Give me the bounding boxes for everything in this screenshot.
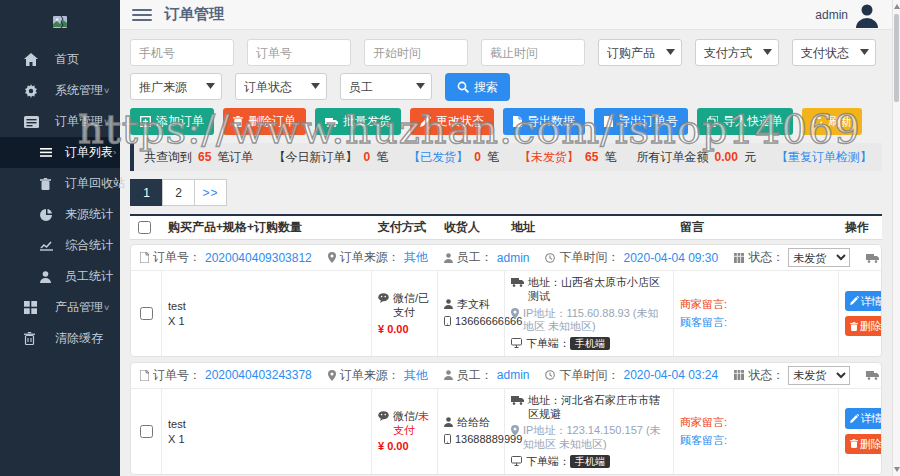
order-number-link[interactable]: 2020040403243378 <box>205 368 312 382</box>
status-select[interactable]: 未发货 <box>788 248 850 267</box>
delete-button[interactable]: 删除 <box>845 316 882 336</box>
content: 订购产品 支付方式 支付状态 推广来源 订单状态 员工 搜索 添加订单 删除订单… <box>120 30 892 476</box>
merchant-note-label: 商家留言: <box>680 415 832 430</box>
status-icon <box>734 370 744 380</box>
sidebar-item-overall-stats[interactable]: 综合统计 <box>0 230 120 261</box>
device-badge: 手机端 <box>570 455 610 468</box>
order-card: 订单号：2020040403243378 订单来源：其他 员工：admin 下单… <box>130 362 882 475</box>
delete-button[interactable]: 删除 <box>845 434 882 454</box>
add-order-button[interactable]: 添加订单 <box>130 108 214 135</box>
sidebar-item-order-list[interactable]: 订单列表 › <box>0 137 120 168</box>
scrollbar[interactable] <box>892 0 900 476</box>
filter-row-1: 订购产品 支付方式 支付状态 <box>130 39 882 66</box>
row-checkbox[interactable] <box>140 425 153 438</box>
product-cell: test X 1 <box>161 271 371 356</box>
duplicate-check-link[interactable]: 【重复订单检测】 <box>776 149 872 166</box>
scroll-down-icon[interactable] <box>894 467 900 472</box>
customer-note-label: 顾客留言: <box>680 315 832 330</box>
detail-button[interactable]: 详情 <box>845 408 882 428</box>
order-card-header: 订单号：2020040409303812 订单来源：其他 员工：admin 下单… <box>131 245 881 271</box>
row-checkbox[interactable] <box>140 307 153 320</box>
change-status-button[interactable]: 更改状态 <box>410 108 494 135</box>
phone-input[interactable] <box>130 39 234 66</box>
end-time-input[interactable] <box>481 39 585 66</box>
sidebar-item-staff-stats[interactable]: 员工统计 <box>0 261 120 292</box>
trash-icon <box>850 439 858 448</box>
delete-order-button[interactable]: 删除订单 <box>223 108 306 135</box>
scrollbar-thumb[interactable] <box>894 14 899 102</box>
product-name: test <box>168 418 365 430</box>
sidebar-item-clear-cache[interactable]: 清除缓存 <box>0 323 120 354</box>
monitor-icon <box>511 338 522 348</box>
trash-icon <box>850 322 858 331</box>
sidebar-item-source-stats[interactable]: 来源统计 <box>0 199 120 230</box>
page-1[interactable]: 1 <box>130 179 163 206</box>
sidebar-item-products[interactable]: 产品管理 ∨ <box>0 292 120 323</box>
message-cell: 商家留言: 顾客留言: <box>673 389 838 474</box>
order-status-select[interactable]: 订单状态 <box>235 73 327 100</box>
wechat-icon <box>378 411 389 421</box>
order-amount: ¥ 0.00 <box>378 323 431 335</box>
pin-icon <box>511 425 519 436</box>
select-all-checkbox[interactable] <box>138 221 151 234</box>
order-staff-value: admin <box>497 368 530 382</box>
search-button[interactable]: 搜索 <box>445 73 510 101</box>
export-order-no-button[interactable]: 导出订单号 <box>594 108 688 135</box>
address-cell: 地址：山西省太原市小店区测试 IP地址：115.60.88.93 (未知地区 未… <box>504 271 673 356</box>
monitor-icon <box>511 456 522 466</box>
product-select[interactable]: 订购产品 <box>598 39 682 66</box>
receiver-name: 李文科 <box>457 298 490 312</box>
order-card-body: test X 1 微信/未支付 ¥ 0.00 给给给 13688889999 地… <box>131 389 881 474</box>
import-express-button[interactable]: 导入快递单 <box>697 108 793 135</box>
detail-button[interactable]: 详情 <box>845 291 882 311</box>
product-qty: X 1 <box>168 315 365 327</box>
order-time-value: 2020-04-04 09:30 <box>623 251 718 265</box>
order-source-value: 其他 <box>404 249 428 266</box>
order-staff-value: admin <box>497 251 530 265</box>
refresh-button[interactable]: 刷新 <box>802 108 862 135</box>
gear-icon <box>24 84 38 98</box>
order-card-header: 订单号：2020040403243378 订单来源：其他 员工：admin 下单… <box>131 363 881 389</box>
export-data-button[interactable]: 导出数据 <box>503 108 585 135</box>
toolbar: 添加订单 删除订单 批量发货 更改状态 导出数据 导出订单号 导入快递单 刷新 <box>130 108 882 135</box>
source-select[interactable]: 推广来源 <box>130 73 222 100</box>
message-cell: 商家留言: 顾客留言: <box>673 271 838 356</box>
action-cell: 详情 删除 <box>838 389 882 474</box>
pay-method-select[interactable]: 支付方式 <box>695 39 779 66</box>
file-icon <box>604 116 613 127</box>
filter-row-2: 推广来源 订单状态 员工 搜索 <box>130 73 882 101</box>
file-icon <box>513 116 522 127</box>
stats-bar: 共查询到65笔订单 【今日新订单】0笔 【已发货】0笔 【未发货】65笔 所有订… <box>130 143 882 171</box>
start-time-input[interactable] <box>364 39 468 66</box>
sidebar-item-label: 清除缓存 <box>55 330 110 347</box>
sidebar-item-home[interactable]: 首页 <box>0 44 120 75</box>
sidebar-item-recycle[interactable]: 订单回收站 <box>0 168 120 199</box>
pay-cell: 微信/已支付 ¥ 0.00 <box>371 271 437 356</box>
pin-icon <box>328 252 336 263</box>
refresh-icon <box>812 116 823 127</box>
hamburger-icon[interactable] <box>132 9 152 21</box>
page-next[interactable]: >> <box>194 179 227 206</box>
order-no-input[interactable] <box>247 39 351 66</box>
sidebar-item-label: 系统管理 <box>55 82 103 99</box>
pin-icon <box>511 308 519 319</box>
grid-icon <box>24 301 37 314</box>
sidebar-item-label: 首页 <box>55 51 110 68</box>
sidebar-item-label: 来源统计 <box>65 206 113 223</box>
today-count: 0 <box>363 150 370 164</box>
status-select[interactable]: 未发货 <box>788 366 850 385</box>
pay-status-select[interactable]: 支付状态 <box>792 39 876 66</box>
avatar-icon[interactable] <box>854 2 880 28</box>
batch-ship-button[interactable]: 批量发货 <box>315 108 401 135</box>
sidebar-item-system[interactable]: 系统管理 ∨ <box>0 75 120 106</box>
user-icon <box>40 271 51 283</box>
order-number-link[interactable]: 2020040409303812 <box>205 251 312 265</box>
scroll-up-icon[interactable] <box>894 4 900 9</box>
page-2[interactable]: 2 <box>162 179 195 206</box>
col-product: 购买产品+规格+订购数量 <box>160 219 370 236</box>
pagination: 1 2 >> <box>130 179 882 206</box>
customer-note-label: 顾客留言: <box>680 433 832 448</box>
staff-select[interactable]: 员工 <box>340 73 432 100</box>
sidebar-item-orders[interactable]: 订单管理 ∨ <box>0 106 120 137</box>
action-cell: 详情 删除 <box>838 271 882 356</box>
